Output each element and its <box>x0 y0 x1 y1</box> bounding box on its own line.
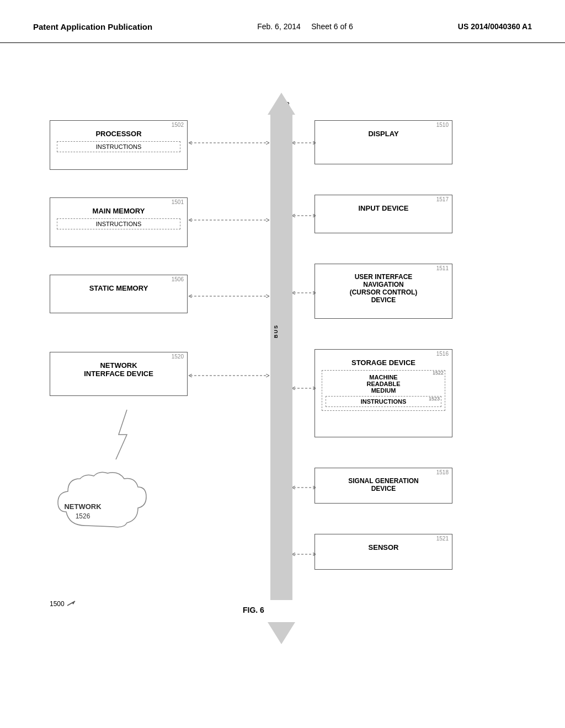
user-interface-title: USER INTERFACE NAVIGATION (CURSOR CONTRO… <box>322 273 445 304</box>
input-device-id: 1517 <box>436 196 449 202</box>
display-arrow <box>292 140 316 146</box>
network-interface-id: 1520 <box>172 354 184 360</box>
display-box: 1510 DISPLAY <box>315 120 452 164</box>
network-label: NETWORK <box>64 502 102 511</box>
static-memory-id: 1506 <box>172 276 184 282</box>
diagram-number: 1500 <box>50 600 65 608</box>
sensor-arrow <box>292 551 316 558</box>
machine-readable-id: 1522 <box>433 370 444 376</box>
display-id: 1510 <box>436 122 449 128</box>
diagram-area: 1508 BUS 1502 PROCESSOR INSTRUCTIONS 150… <box>0 43 565 694</box>
main-memory-arrow <box>188 217 270 223</box>
signal-generation-box: 1518 SIGNAL GENERATION DEVICE <box>315 468 452 504</box>
bus-arrow-body <box>270 115 292 600</box>
input-device-title: INPUT DEVICE <box>322 204 445 212</box>
display-title: DISPLAY <box>322 130 445 138</box>
user-interface-id: 1511 <box>436 265 449 271</box>
instructions-inner-title: INSTRUCTIONS <box>331 398 436 405</box>
storage-device-id: 1516 <box>436 351 449 357</box>
page-header: Patent Application Publication Feb. 6, 2… <box>0 0 565 43</box>
diagram-number-label: 1500 <box>50 600 77 608</box>
processor-instructions: INSTRUCTIONS <box>57 141 180 152</box>
main-memory-box: 1501 MAIN MEMORY INSTRUCTIONS <box>50 197 188 247</box>
sheet-info: Sheet 6 of 6 <box>311 22 353 31</box>
main-memory-id: 1501 <box>172 199 184 205</box>
processor-arrow <box>188 140 270 146</box>
publication-label: Patent Application Publication <box>33 22 152 31</box>
diagram-number-arrow <box>66 600 77 608</box>
processor-id: 1502 <box>172 122 184 128</box>
user-interface-arrow <box>292 290 316 296</box>
network-interface-title: NETWORK INTERFACE DEVICE <box>57 361 180 378</box>
static-memory-arrow <box>188 293 270 299</box>
storage-device-title: STORAGE DEVICE <box>322 358 445 367</box>
storage-device-arrow <box>292 385 316 392</box>
machine-readable-title: MACHINE READABLE MEDIUM <box>326 374 441 394</box>
main-memory-title: MAIN MEMORY <box>57 207 180 215</box>
network-interface-arrow <box>188 372 270 379</box>
signal-generation-arrow <box>292 484 316 491</box>
bus-arrow-top <box>268 93 295 115</box>
network-interface-box: 1520 NETWORK INTERFACE DEVICE <box>50 352 188 396</box>
network-cloud: NETWORK 1526 <box>52 470 163 542</box>
network-id: 1526 <box>76 512 90 520</box>
signal-generation-id: 1518 <box>436 469 449 475</box>
user-interface-box: 1511 USER INTERFACE NAVIGATION (CURSOR C… <box>315 264 452 319</box>
input-device-arrow <box>292 212 316 219</box>
static-memory-title: STATIC MEMORY <box>57 284 180 292</box>
input-device-box: 1517 INPUT DEVICE <box>315 195 452 233</box>
processor-box: 1502 PROCESSOR INSTRUCTIONS <box>50 120 188 170</box>
publication-date: Feb. 6, 2014 <box>257 22 301 31</box>
lightning-bolt <box>108 407 141 462</box>
bus-label: BUS <box>273 324 279 338</box>
header-center: Feb. 6, 2014 Sheet 6 of 6 <box>257 22 353 31</box>
processor-title: PROCESSOR <box>57 130 180 138</box>
static-memory-box: 1506 STATIC MEMORY <box>50 275 188 313</box>
bus-arrow <box>270 115 292 622</box>
signal-generation-title: SIGNAL GENERATION DEVICE <box>322 477 445 493</box>
storage-device-box: 1516 STORAGE DEVICE 1522 MACHINE READABL… <box>315 349 452 437</box>
instructions-inner-id: 1523 <box>429 396 440 402</box>
bus-arrow-bottom <box>268 622 295 644</box>
patent-number: US 2014/0040360 A1 <box>458 22 532 31</box>
sensor-box: 1521 SENSOR <box>315 534 452 570</box>
main-memory-instructions: INSTRUCTIONS <box>57 218 180 229</box>
fig-label: FIG. 6 <box>243 606 264 614</box>
sensor-id: 1521 <box>436 536 449 542</box>
sensor-title: SENSOR <box>322 543 445 552</box>
